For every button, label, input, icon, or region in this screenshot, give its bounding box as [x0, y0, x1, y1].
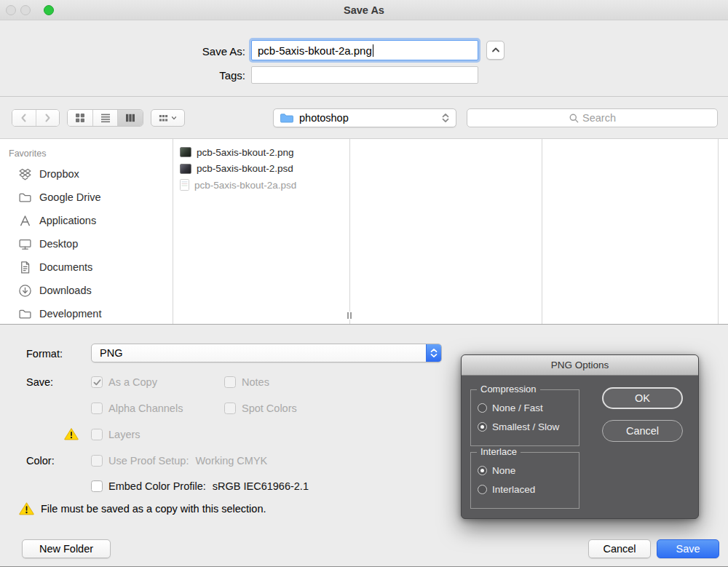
sidebar-item-label: Dropbox	[39, 168, 79, 180]
navigation-buttons	[12, 109, 60, 127]
notes-checkbox[interactable]	[224, 376, 236, 388]
file-row[interactable]: pcb-5axis-bkout-2.png	[173, 144, 349, 161]
compression-smallest-slow-option[interactable]: Smallest / Slow	[478, 421, 559, 432]
none-fast-radio[interactable]	[478, 403, 487, 413]
as-a-copy-checkbox[interactable]	[91, 376, 103, 388]
sidebar-item-downloads[interactable]: Downloads	[0, 279, 173, 302]
text-caret	[373, 44, 374, 57]
new-folder-button[interactable]: New Folder	[22, 539, 111, 558]
file-name: pcb-5axis-bkout-2.png	[197, 147, 294, 158]
downloads-icon	[18, 284, 32, 298]
forward-button[interactable]	[36, 110, 60, 126]
folder-icon	[18, 307, 32, 321]
chevron-down-icon	[170, 114, 178, 122]
format-label: Format:	[26, 348, 63, 360]
chevron-up-icon	[490, 44, 502, 56]
sidebar-item-desktop[interactable]: Desktop	[0, 232, 173, 255]
save-as-label: Save As:	[0, 45, 245, 58]
file-row[interactable]: pcb-5axis-bkout-2a.psd	[173, 177, 349, 194]
arrange-menu-button[interactable]	[151, 109, 185, 127]
folder-icon	[280, 112, 294, 124]
sidebar-heading: Favorites	[0, 148, 173, 159]
file-name: pcb-5axis-bkout-2a.psd	[194, 180, 296, 191]
use-proof-setup-checkbox[interactable]	[91, 455, 103, 467]
spot-colors-label: Spot Colors	[242, 403, 297, 414]
embed-color-profile-value: sRGB IEC61966-2.1	[213, 480, 309, 492]
filename-text: pcb-5axis-bkout-2a.png	[258, 44, 372, 57]
file-column-3	[543, 139, 719, 324]
notes-option[interactable]: Notes	[224, 376, 269, 389]
filename-input[interactable]: pcb-5axis-bkout-2a.png	[251, 40, 478, 60]
cancel-button[interactable]: Cancel	[588, 539, 651, 558]
arrange-grid-icon	[158, 113, 169, 124]
column-resize-handle[interactable]	[347, 312, 352, 320]
as-a-copy-option[interactable]: As a Copy	[91, 376, 157, 389]
column-view-button[interactable]	[117, 110, 143, 126]
list-view-button[interactable]	[92, 110, 118, 126]
ok-button[interactable]: OK	[602, 387, 683, 409]
sidebar-item-documents[interactable]: Documents	[0, 255, 173, 279]
sidebar-item-google-drive[interactable]: Google Drive	[0, 186, 173, 209]
list-view-icon	[100, 112, 111, 124]
view-mode-segmented-control	[67, 109, 143, 127]
interlace-group-label: Interlace	[477, 446, 521, 457]
tags-input[interactable]	[251, 66, 478, 84]
layers-option[interactable]: Layers	[91, 428, 141, 441]
finder-toolbar: photoshop Search	[0, 96, 728, 138]
file-column-2	[351, 139, 542, 324]
sidebar-item-label: Downloads	[39, 285, 92, 296]
location-dropdown[interactable]: photoshop	[273, 108, 456, 127]
compression-none-fast-option[interactable]: None / Fast	[478, 403, 543, 413]
embed-color-profile-option[interactable]: Embed Color Profile:sRGB IEC61966-2.1	[91, 480, 309, 493]
warning-text: File must be saved as a copy with this s…	[41, 503, 266, 515]
icon-view-button[interactable]	[68, 110, 92, 126]
dropbox-icon	[18, 167, 32, 181]
sidebar-item-label: Documents	[39, 261, 92, 273]
save-button[interactable]: Save	[657, 539, 719, 558]
interlace-none-radio[interactable]	[478, 466, 487, 475]
sidebar-item-applications[interactable]: Applications	[0, 209, 173, 232]
alpha-channels-checkbox[interactable]	[91, 403, 103, 414]
dialog-cancel-button[interactable]: Cancel	[602, 420, 683, 442]
window-title: Save As	[0, 0, 728, 20]
smallest-slow-radio[interactable]	[478, 422, 487, 432]
popup-updown-icon	[429, 347, 439, 359]
location-label: photoshop	[299, 112, 435, 124]
spot-colors-option[interactable]: Spot Colors	[224, 402, 297, 415]
interlaced-radio[interactable]	[478, 485, 487, 494]
interlaced-label: Interlaced	[492, 484, 535, 495]
expand-button[interactable]	[486, 41, 505, 60]
layers-checkbox[interactable]	[91, 429, 103, 440]
png-options-title: PNG Options	[462, 355, 698, 376]
color-section-label: Color:	[26, 455, 55, 467]
sidebar-item-label: Development	[39, 308, 101, 320]
file-row[interactable]: pcb-5axis-bkout-2.psd	[173, 161, 349, 178]
use-proof-value: Working CMYK	[195, 455, 267, 467]
titlebar: Save As	[0, 0, 728, 20]
smallest-slow-label: Smallest / Slow	[492, 421, 559, 432]
sidebar-item-dropbox[interactable]: Dropbox	[0, 162, 173, 186]
interlace-interlaced-option[interactable]: Interlaced	[478, 484, 535, 495]
alpha-channels-option[interactable]: Alpha Channels	[91, 402, 183, 415]
spot-colors-checkbox[interactable]	[224, 403, 236, 414]
file-name: pcb-5axis-bkout-2.psd	[197, 163, 293, 174]
interlace-none-option[interactable]: None	[478, 465, 515, 476]
embed-color-profile-checkbox[interactable]	[91, 480, 103, 492]
search-input[interactable]: Search	[467, 108, 718, 127]
as-a-copy-label: As a Copy	[108, 376, 157, 388]
sidebar: Favorites Dropbox Google Drive	[0, 139, 173, 324]
use-proof-setup-option[interactable]: Use Proof Setup:Working CMYK	[91, 454, 267, 467]
popup-arrows-cap	[426, 344, 441, 362]
copy-warning: File must be saved as a copy with this s…	[19, 501, 266, 515]
sidebar-item-development[interactable]: Development	[0, 302, 173, 325]
notes-label: Notes	[242, 376, 269, 388]
compression-group-label: Compression	[477, 384, 540, 394]
sidebar-item-label: Google Drive	[39, 191, 101, 203]
warning-icon	[64, 427, 79, 440]
folder-icon	[18, 191, 32, 205]
format-dropdown[interactable]: PNG	[91, 344, 442, 362]
back-button[interactable]	[12, 110, 36, 126]
image-thumbnail-icon	[180, 164, 191, 174]
none-fast-label: None / Fast	[492, 403, 543, 413]
embed-color-profile-label: Embed Color Profile:sRGB IEC61966-2.1	[108, 480, 309, 492]
